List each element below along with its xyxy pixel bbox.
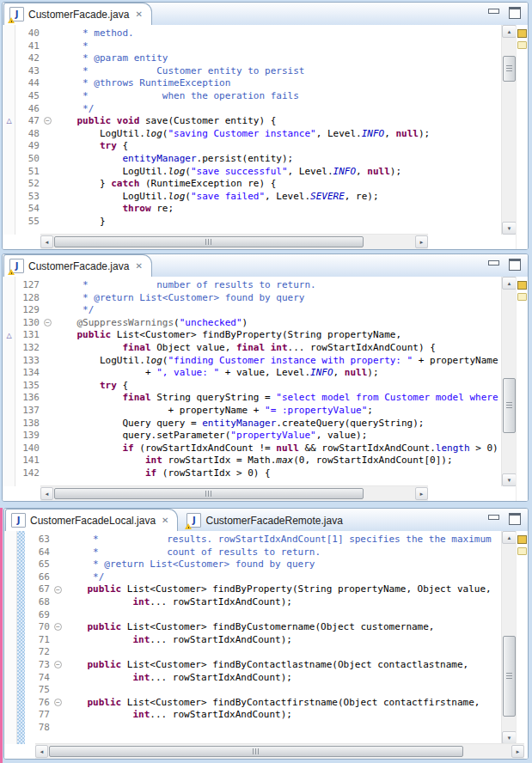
- vertical-scrollbar-thumb[interactable]: [503, 56, 516, 82]
- code-line[interactable]: 71 int... rowStartIdxAndCount);: [4, 634, 501, 647]
- code-line[interactable]: 132 final Object value, final int... row…: [3, 342, 501, 355]
- code-text[interactable]: * @return List<Customer> found by query: [54, 292, 501, 305]
- horizontal-scrollbar[interactable]: ◄ ►: [40, 485, 428, 501]
- code-line[interactable]: 128 * @return List<Customer> found by qu…: [3, 292, 501, 305]
- code-line[interactable]: 68 int... rowStartIdxAndCount);: [4, 596, 501, 609]
- code-line[interactable]: 66 */: [4, 571, 501, 584]
- warning-marker[interactable]: [517, 281, 527, 290]
- scroll-down-icon[interactable]: ▼: [502, 731, 517, 744]
- code-text[interactable]: Query query = entityManager.createQuery(…: [54, 418, 501, 430]
- code-line[interactable]: 73− public List<Customer> findByContactl…: [4, 659, 501, 672]
- code-line[interactable]: 78: [4, 722, 501, 735]
- code-line[interactable]: 52 } catch (RuntimeException re) {: [3, 178, 501, 191]
- code-text[interactable]: int... rowStartIdxAndCount);: [64, 634, 501, 647]
- code-line[interactable]: 76− public List<Customer> findByContactf…: [4, 697, 501, 710]
- code-text[interactable]: * when the operation fails: [54, 90, 501, 103]
- code-text[interactable]: query.setParameter("propertyValue", valu…: [54, 430, 501, 443]
- code-line[interactable]: 67− public List<Customer> findByProperty…: [4, 583, 501, 596]
- code-line[interactable]: 127 * number of results to return.: [3, 279, 501, 292]
- code-line[interactable]: 40 * method.: [3, 27, 501, 40]
- code-line[interactable]: 43 * Customer entity to persist: [3, 65, 501, 78]
- warning-marker-faded[interactable]: [517, 41, 527, 49]
- code-text[interactable]: public void save(Customer entity) {: [54, 115, 501, 128]
- code-text[interactable]: if (rowStartIdxAndCount != null && rowSt…: [54, 443, 501, 455]
- tab-customerfacadelocal-java[interactable]: JCustomerFacadeLocal.java✕: [5, 509, 178, 531]
- code-text[interactable]: LogUtil.log("finding Customer instance w…: [54, 355, 501, 368]
- fold-collapse-icon[interactable]: −: [54, 699, 62, 706]
- code-editor[interactable]: 63 * results. rowStartIdxAndCount[1] spe…: [4, 531, 528, 759]
- scroll-up-icon[interactable]: ▲: [502, 531, 517, 544]
- close-icon[interactable]: ✕: [162, 516, 168, 525]
- vertical-scrollbar[interactable]: ▲ ▼: [501, 277, 517, 486]
- scroll-up-icon[interactable]: ▲: [502, 25, 517, 38]
- code-text[interactable]: public List<Customer> findByContactfirst…: [64, 697, 501, 710]
- horizontal-scrollbar-thumb[interactable]: [49, 746, 463, 757]
- horizontal-scrollbar-thumb[interactable]: [54, 236, 364, 247]
- vertical-scrollbar-thumb[interactable]: [503, 378, 516, 433]
- code-text[interactable]: */: [54, 304, 501, 317]
- code-text[interactable]: if (rowStartIdx > 0) {: [54, 467, 501, 480]
- code-text[interactable]: + ", value: " + value, Level.INFO, null)…: [54, 367, 501, 380]
- code-line[interactable]: 140 if (rowStartIdxAndCount != null && r…: [3, 443, 501, 455]
- tab-customerfacade-java[interactable]: JCustomerFacade.java✕: [3, 254, 152, 277]
- code-line[interactable]: 63 * results. rowStartIdxAndCount[1] spe…: [4, 534, 501, 546]
- code-line[interactable]: 50 entityManager.persist(entity);: [3, 153, 501, 166]
- code-text[interactable]: * results. rowStartIdxAndCount[1] specif…: [64, 534, 501, 546]
- code-line[interactable]: 134 + ", value: " + value, Level.INFO, n…: [3, 367, 501, 380]
- code-line[interactable]: 69: [4, 609, 501, 622]
- code-line[interactable]: 135 try {: [3, 380, 501, 393]
- fold-collapse-icon[interactable]: −: [44, 319, 52, 327]
- code-line[interactable]: 142 if (rowStartIdx > 0) {: [3, 467, 501, 480]
- scroll-right-icon[interactable]: ►: [511, 745, 524, 758]
- vertical-scrollbar[interactable]: ▲ ▼: [501, 531, 517, 744]
- code-text[interactable]: LogUtil.log("saving Customer instance", …: [54, 128, 501, 141]
- code-editor[interactable]: 40 * method.41 *42 * @param entity43 * C…: [3, 25, 528, 249]
- code-text[interactable]: entityManager.persist(entity);: [54, 153, 501, 166]
- code-text[interactable]: } catch (RuntimeException re) {: [54, 178, 501, 191]
- code-text[interactable]: */: [54, 103, 501, 116]
- code-text[interactable]: * @param entity: [54, 52, 501, 65]
- tab-customerfacade-java[interactable]: JCustomerFacade.java✕: [3, 3, 152, 25]
- fold-collapse-icon[interactable]: −: [54, 623, 62, 631]
- code-line[interactable]: 64 * count of results to return.: [4, 546, 501, 559]
- code-text[interactable]: int... rowStartIdxAndCount);: [64, 596, 501, 609]
- code-line[interactable]: 42 * @param entity: [3, 52, 501, 65]
- code-line[interactable]: 137 + propertyName + "= :propertyValue";: [3, 405, 501, 418]
- code-text[interactable]: try {: [54, 380, 501, 393]
- code-text[interactable]: }: [54, 216, 501, 229]
- code-line[interactable]: 41 *: [3, 40, 501, 53]
- scroll-up-icon[interactable]: ▲: [502, 277, 517, 290]
- maximize-icon[interactable]: [509, 7, 521, 19]
- warning-marker-faded[interactable]: [517, 293, 527, 301]
- close-icon[interactable]: ✕: [135, 9, 142, 19]
- warning-marker-faded[interactable]: [517, 547, 527, 555]
- fold-collapse-icon[interactable]: −: [54, 661, 62, 668]
- code-line[interactable]: △47− public void save(Customer entity) {: [3, 115, 501, 128]
- code-text[interactable]: public List<Customer> findByContactlastn…: [64, 659, 501, 672]
- scroll-left-icon[interactable]: ◄: [40, 487, 53, 500]
- code-line[interactable]: 139 query.setParameter("propertyValue", …: [3, 430, 501, 443]
- code-text[interactable]: int rowStartIdx = Math.max(0, rowStartId…: [54, 455, 501, 467]
- close-icon[interactable]: ✕: [135, 261, 142, 271]
- code-text[interactable]: * @return List<Customer> found by query: [64, 559, 501, 571]
- code-line[interactable]: 133 LogUtil.log("finding Customer instan…: [3, 355, 501, 368]
- code-line[interactable]: 136 final String queryString = "select m…: [3, 392, 501, 405]
- code-text[interactable]: throw re;: [54, 203, 501, 216]
- vertical-scrollbar-thumb[interactable]: [503, 636, 516, 717]
- code-text[interactable]: @SuppressWarnings("unchecked"): [54, 317, 501, 330]
- code-line[interactable]: 48 LogUtil.log("saving Customer instance…: [3, 128, 501, 141]
- tab-customerfacaderemote-java[interactable]: JCustomerFacadeRemote.java: [178, 510, 351, 531]
- fold-collapse-icon[interactable]: −: [54, 586, 62, 594]
- code-line[interactable]: 129 */: [3, 304, 501, 317]
- override-indicator-icon[interactable]: △: [3, 333, 15, 339]
- code-line[interactable]: 55 }: [3, 216, 501, 229]
- code-text[interactable]: final Object value, final int... rowStar…: [54, 342, 501, 355]
- horizontal-scrollbar[interactable]: ◄ ►: [40, 234, 428, 249]
- scroll-down-icon[interactable]: ▼: [502, 222, 517, 235]
- code-text[interactable]: * number of results to return.: [54, 279, 501, 292]
- horizontal-scrollbar-thumb[interactable]: [54, 488, 364, 499]
- code-line[interactable]: 46 */: [3, 103, 501, 116]
- code-text[interactable]: final String queryString = "select model…: [54, 392, 501, 405]
- minimize-icon[interactable]: [488, 260, 499, 266]
- code-line[interactable]: 138 Query query = entityManager.createQu…: [3, 418, 501, 430]
